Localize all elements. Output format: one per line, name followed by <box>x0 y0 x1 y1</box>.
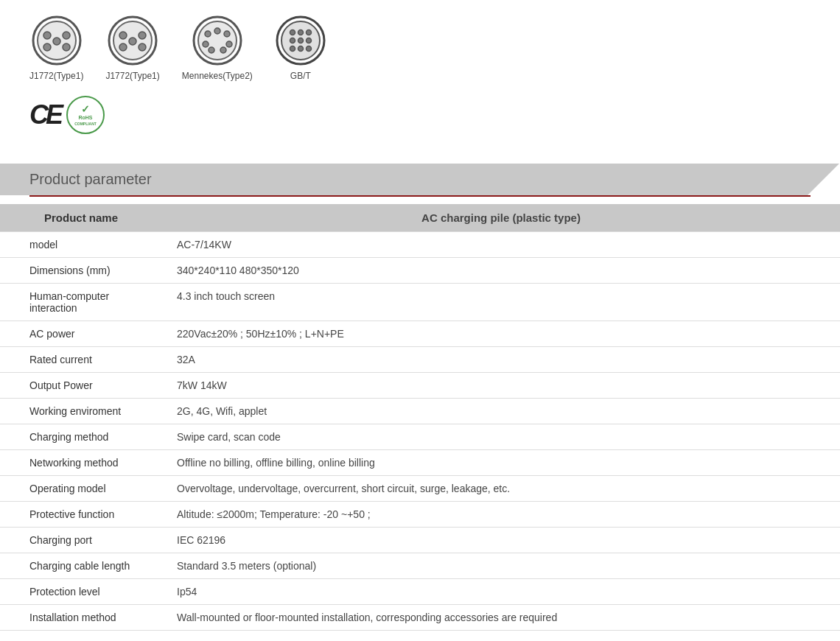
connector-item-3: GB/T <box>275 15 326 81</box>
table-row: AC power 220Vac±20% ; 50Hz±10% ; L+N+PE <box>0 321 840 347</box>
param-label: Networking method <box>0 450 162 476</box>
param-label: Dimensions (mm) <box>0 258 162 284</box>
param-label: Protection level <box>0 579 162 605</box>
svg-point-11 <box>119 43 127 51</box>
svg-point-5 <box>63 43 70 51</box>
rohs-badge: ✓ RoHSCOMPLIANT <box>66 96 105 134</box>
svg-point-10 <box>139 32 146 39</box>
svg-point-33 <box>306 46 311 52</box>
param-table: Product name AC charging pile (plastic t… <box>0 204 840 631</box>
svg-point-20 <box>226 41 232 47</box>
param-label: Protective function <box>0 502 162 528</box>
svg-point-13 <box>129 38 136 45</box>
svg-point-26 <box>298 30 303 35</box>
param-value: Swipe card, scan code <box>162 424 840 450</box>
param-value: 2G, 4G, Wifi, applet <box>162 399 840 424</box>
svg-point-12 <box>139 43 146 51</box>
svg-point-15 <box>198 21 237 60</box>
cert-area: CE ✓ RoHSCOMPLIANT <box>29 96 811 134</box>
connector-item-1: J1772(Type1) <box>105 15 159 81</box>
param-value: 32A <box>162 347 840 373</box>
param-value: AC-7/14KW <box>162 232 840 258</box>
connector-icon-type1b <box>107 15 158 66</box>
param-value: Standard 3.5 meters (optional) <box>162 553 840 579</box>
table-row: Rated current 32A <box>0 347 840 373</box>
section-header: Product parameter <box>0 164 840 195</box>
connector-item-0: J1772(Type1) <box>29 15 83 81</box>
svg-point-9 <box>119 32 127 39</box>
table-row: Protection level Ip54 <box>0 579 840 605</box>
header-col2: AC charging pile (plastic type) <box>162 204 840 232</box>
table-row: model AC-7/14KW <box>0 232 840 258</box>
param-value: 220Vac±20% ; 50Hz±10% ; L+N+PE <box>162 321 840 347</box>
svg-point-21 <box>209 47 214 53</box>
param-value: Overvoltage, undervoltage, overcurrent, … <box>162 476 840 502</box>
connector-label-3: GB/T <box>290 71 311 81</box>
svg-point-2 <box>43 32 51 39</box>
table-row: Working enviroment 2G, 4G, Wifi, applet <box>0 399 840 424</box>
svg-point-3 <box>63 32 70 39</box>
svg-point-4 <box>43 43 51 51</box>
rohs-checkmark: ✓ <box>81 103 90 115</box>
connector-item-2: Mennekes(Type2) <box>182 15 253 81</box>
connector-icon-type1a <box>31 15 83 66</box>
rohs-text: RoHSCOMPLIANT <box>74 115 97 126</box>
ce-logo: CE <box>29 99 60 130</box>
param-label: Working enviroment <box>0 399 162 424</box>
table-row: Networking method Offline no billing, of… <box>0 450 840 476</box>
param-label: Human-computer interaction <box>0 284 162 321</box>
param-value: 7kW 14kW <box>162 373 840 399</box>
table-row: Installation method Wall-mounted or floo… <box>0 605 840 631</box>
svg-point-6 <box>53 38 60 45</box>
section-divider <box>29 195 811 197</box>
rohs-compliant-text: COMPLIANT <box>74 122 97 126</box>
table-row: Dimensions (mm) 340*240*110 480*350*120 <box>0 258 840 284</box>
table-row: Operating model Overvoltage, undervoltag… <box>0 476 840 502</box>
svg-point-25 <box>290 30 295 35</box>
param-value: 4.3 inch touch screen <box>162 284 840 321</box>
top-section: J1772(Type1) J1772(Type1) <box>0 0 840 141</box>
param-label: Operating model <box>0 476 162 502</box>
param-label: Installation method <box>0 605 162 631</box>
svg-point-29 <box>298 38 303 43</box>
param-label: Charging cable length <box>0 553 162 579</box>
param-value: Ip54 <box>162 579 840 605</box>
svg-point-22 <box>220 47 226 53</box>
table-row: Charging port IEC 62196 <box>0 528 840 553</box>
param-value: Altitude: ≤2000m; Temperature: -20 ~+50 … <box>162 502 840 528</box>
table-row: Human-computer interaction 4.3 inch touc… <box>0 284 840 321</box>
param-value: IEC 62196 <box>162 528 840 553</box>
connector-icons-row: J1772(Type1) J1772(Type1) <box>29 15 811 81</box>
svg-point-28 <box>290 38 295 43</box>
param-label: Charging port <box>0 528 162 553</box>
connector-label-0: J1772(Type1) <box>29 71 83 81</box>
svg-point-31 <box>290 46 295 52</box>
table-row: Output Power 7kW 14kW <box>0 373 840 399</box>
param-label: Output Power <box>0 373 162 399</box>
svg-point-32 <box>298 46 303 52</box>
connector-icon-gbt <box>275 15 326 66</box>
product-parameter-section: Product parameter Product name AC chargi… <box>0 164 840 631</box>
param-value: Offline no billing, offline billing, onl… <box>162 450 840 476</box>
table-row: Charging cable length Standard 3.5 meter… <box>0 553 840 579</box>
svg-point-27 <box>306 30 311 35</box>
svg-point-30 <box>306 38 311 43</box>
svg-point-16 <box>205 31 211 37</box>
table-row: Protective function Altitude: ≤2000m; Te… <box>0 502 840 528</box>
table-header-row: Product name AC charging pile (plastic t… <box>0 204 840 232</box>
param-label: Rated current <box>0 347 162 373</box>
svg-point-17 <box>214 28 220 34</box>
param-label: AC power <box>0 321 162 347</box>
connector-label-2: Mennekes(Type2) <box>182 71 253 81</box>
connector-icon-type2 <box>192 15 243 66</box>
svg-point-18 <box>224 31 230 37</box>
param-label: Charging method <box>0 424 162 450</box>
header-col1: Product name <box>0 204 162 232</box>
connector-label-1: J1772(Type1) <box>105 71 159 81</box>
table-row: Charging method Swipe card, scan code <box>0 424 840 450</box>
svg-point-19 <box>203 41 209 47</box>
param-value: Wall-mounted or floor-mounted installati… <box>162 605 840 631</box>
section-title: Product parameter <box>29 171 152 187</box>
param-label: model <box>0 232 162 258</box>
param-value: 340*240*110 480*350*120 <box>162 258 840 284</box>
